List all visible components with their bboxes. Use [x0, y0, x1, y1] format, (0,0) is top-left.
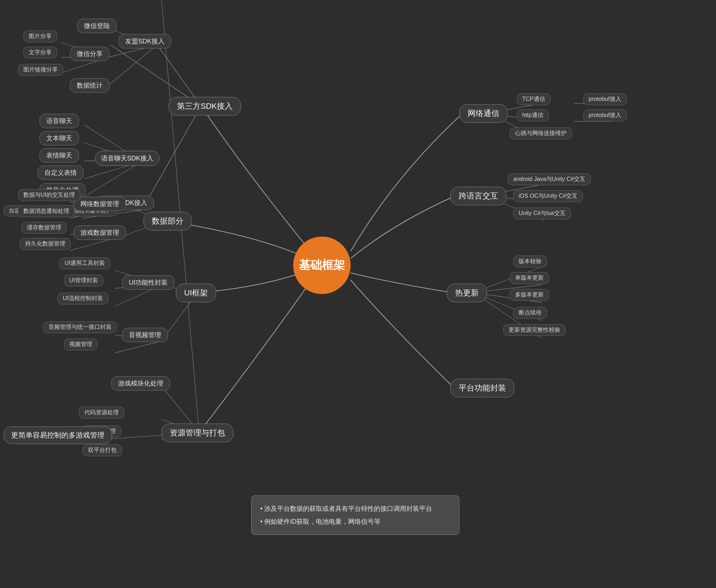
branch-resource: 资源管理与打包: [162, 424, 233, 442]
center-node: 基础框架: [293, 237, 351, 294]
node-multi-update: 多版本更新: [510, 289, 549, 301]
node-emoji-chat: 表情聊天: [39, 148, 79, 163]
node-voice-chat: 语音聊天: [39, 114, 79, 128]
node-single-update: 单版本更新: [510, 272, 549, 284]
node-cache-data: 缓存数据管理: [22, 222, 67, 234]
branch-data-part: 数据部分: [144, 212, 192, 230]
note-line2: • 例如硬件ID获取，电池电量，网络信号等: [260, 515, 450, 528]
node-video-mgr: 视频管理: [64, 339, 98, 350]
branch-cross-lang: 跨语言交互: [450, 187, 506, 205]
node-protobuf1: protobuf接入: [583, 93, 627, 105]
node-tcp: TCP通信: [517, 93, 551, 105]
node-net-data-mgr: 网络数据管理: [74, 197, 126, 211]
node-audio-mgr: 音频管理与统一接口封装: [43, 321, 117, 333]
node-text-chat: 文本聊天: [39, 131, 79, 145]
node-data-ui: 数据与UI的交互处理: [18, 189, 80, 201]
node-ui-tool: UI通用工具封装: [59, 257, 110, 269]
branch-platform: 平台功能封装: [450, 379, 514, 397]
note-box: • 涉及平台数据的获取或者具有平台特性的接口调用封装平台 • 例如硬件ID获取，…: [251, 495, 459, 535]
node-dual-platform: 双平台打包: [83, 444, 122, 456]
node-http: http通信: [517, 109, 549, 121]
node-youmeng-sdk: 友盟SDK接入: [118, 34, 171, 48]
node-android-java: android Java与Unity C#交互: [508, 173, 591, 185]
node-version-check: 版本校验: [513, 256, 547, 267]
node-multi-game: 更简单容易控制的多游戏管理: [4, 426, 112, 444]
node-wechat-share: 微信分享: [70, 47, 109, 61]
node-resume-upload: 断点续传: [513, 307, 547, 319]
node-ios-oc: iOS OC与Unity C#交互: [513, 190, 583, 202]
branch-hot-update: 热更新: [447, 284, 487, 302]
node-text-share: 文字分享: [23, 47, 57, 59]
branch-ui-frame: UI框架: [176, 284, 216, 302]
node-game-modular: 游戏模块化处理: [111, 376, 170, 391]
node-ui-mgr: UI管理封装: [64, 275, 103, 286]
node-data-stats: 数据统计: [70, 78, 109, 93]
node-heartbeat: 心跳与网络连接维护: [510, 127, 572, 139]
node-imglink-share: 图片链接分享: [18, 64, 63, 76]
note-line1: • 涉及平台数据的获取或者具有平台特性的接口调用封装平台: [260, 502, 450, 515]
svg-line-8: [104, 45, 157, 89]
node-wechat-login: 微信登陆: [77, 19, 117, 33]
node-code-res: 代码资源处理: [79, 407, 124, 419]
node-ui-func: UI功能性封装: [122, 275, 174, 290]
node-av-mgr: 音视频管理: [122, 328, 168, 342]
svg-line-13: [84, 162, 142, 197]
node-data-notify: 数据消息通知处理: [18, 205, 75, 217]
node-ui-flow: UI流程控制封装: [57, 293, 108, 304]
node-custom-emoji: 自定义表情: [38, 165, 84, 180]
node-game-data-mgr: 游戏数据管理: [74, 225, 126, 240]
node-unity-lua: Unity C#与lua交互: [513, 207, 571, 219]
branch-network: 网络通信: [459, 104, 507, 123]
svg-line-27: [115, 341, 162, 353]
branch-third-sdk: 第三方SDK接入: [169, 97, 241, 116]
node-img-share: 图片分享: [23, 31, 57, 42]
node-voice-sdk: 语音聊天SDK接入: [95, 151, 159, 166]
node-res-verify: 更新资源完整性校验: [503, 324, 566, 336]
node-protobuf2: protobuf接入: [583, 109, 627, 121]
node-persist-data: 持久化数据管理: [20, 238, 71, 250]
mindmap: 基础框架 第三方SDK接入 数据部分 UI框架 资源管理与打包 网络通信 跨语言…: [0, 0, 716, 588]
